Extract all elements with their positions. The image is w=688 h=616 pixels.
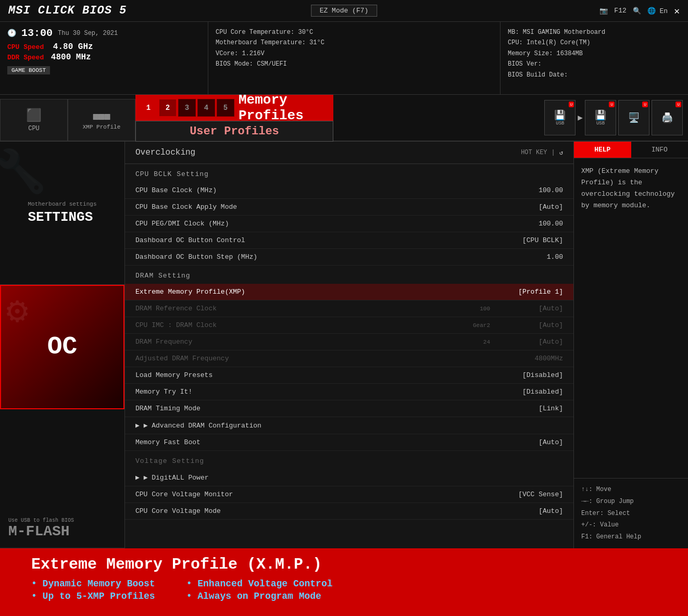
- key-move: ↑↓: Move: [581, 484, 681, 496]
- usb-icon-2: 💾: [595, 109, 606, 121]
- search-icon[interactable]: 🔍: [633, 7, 641, 15]
- user-profiles-title[interactable]: User Profiles: [135, 121, 333, 142]
- xmp-icon: ▦▦▦: [93, 110, 110, 122]
- xmp-btn-3[interactable]: 3: [178, 99, 196, 117]
- xmp-btn-5[interactable]: 5: [217, 99, 234, 117]
- mflash-sub-label: Use USB to flash BIOS: [8, 518, 74, 523]
- row-dashboard-oc-step[interactable]: Dashboard OC Button Step (MHz) 1.00: [125, 249, 573, 266]
- sidebar: 🔧 Motherboard settings SETTINGS ⚙ OC Use…: [0, 142, 125, 548]
- usb-label-2: USB: [596, 121, 605, 126]
- row-cpu-peg-dmi[interactable]: CPU PEG/DMI Clock (MHz) 100.00: [125, 216, 573, 232]
- tab-bar: ⬛ CPU ▦▦▦ XMP Profile 1 2 3 4 5 Memory P…: [0, 95, 688, 142]
- help-tabs: HELP INFO: [574, 142, 688, 158]
- language-selector[interactable]: 🌐 En: [647, 7, 668, 15]
- bios-mode: BIOS Mode: CSM/UEFI: [216, 59, 493, 69]
- mflash-main-label: M-FLASH: [8, 523, 70, 539]
- bottom-title: Extreme Memory Profile (X.M.P.): [31, 556, 657, 573]
- usb-badge-1: U: [569, 102, 574, 107]
- row-dram-ref-clock[interactable]: DRAM Reference Clock 100 [Auto]: [125, 300, 573, 317]
- header-controls: 📷 F12 🔍 🌐 En ✕: [599, 5, 680, 17]
- row-advanced-dram[interactable]: ▶ Advanced DRAM Configuration: [125, 417, 573, 434]
- xmp-btn-4[interactable]: 4: [197, 99, 215, 117]
- bios-build: BIOS Build Date:: [508, 70, 681, 80]
- row-dashboard-oc-control[interactable]: Dashboard OC Button Control [CPU BCLK]: [125, 232, 573, 249]
- row-load-memory[interactable]: Load Memory Presets [Disabled]: [125, 367, 573, 384]
- row-digitall-power[interactable]: ▶ DigitALL Power: [125, 469, 573, 486]
- cpu-name: CPU: Intel(R) Core(TM): [508, 37, 681, 48]
- tab-cpu-label: CPU: [28, 125, 40, 132]
- system-info-right: MB: MSI GAMING Motherboard CPU: Intel(R)…: [501, 22, 688, 94]
- mb-name: MB: MSI GAMING Motherboard: [508, 27, 681, 37]
- clock-date: Thu 30 Sep, 2021: [58, 30, 118, 37]
- row-dram-freq[interactable]: DRAM Frequency 24 [Auto]: [125, 334, 573, 350]
- clock-time: 13:00: [21, 27, 53, 39]
- feature-4: Always on Program Mode: [186, 591, 333, 601]
- mb-temp: Motherboard Temperature: 31°C: [216, 37, 493, 48]
- bottom-section: Extreme Memory Profile (X.M.P.) Dynamic …: [0, 548, 688, 616]
- feature-3: Enhanced Voltage Control: [186, 579, 333, 589]
- bottom-features: Dynamic Memory Boost Up to 5-XMP Profile…: [31, 579, 657, 601]
- oc-header: Overclocking HOT KEY | ↺: [125, 142, 573, 164]
- usb-area: U 💾 USB ▶ U 💾 USB U 🖥️ U 🖨️: [539, 95, 688, 141]
- screenshot-icon[interactable]: 📷: [599, 7, 608, 15]
- usb-icon-4: 🖨️: [661, 112, 673, 123]
- sidebar-item-settings[interactable]: 🔧 Motherboard settings SETTINGS: [0, 142, 124, 285]
- row-dram-timing[interactable]: DRAM Timing Mode [Link]: [125, 400, 573, 417]
- help-keys: ↑↓: Move →←: Group Jump Enter: Select +/…: [574, 478, 688, 548]
- tab-xmp-label: XMP Profile: [83, 124, 121, 130]
- close-button[interactable]: ✕: [674, 5, 680, 17]
- game-boost-label[interactable]: GAME BOOST: [7, 66, 50, 74]
- sidebar-item-mflash[interactable]: Use USB to flash BIOS M-FLASH: [0, 409, 124, 548]
- settings-sub-label: Motherboard settings: [28, 201, 96, 207]
- header: MSI CLICK BIOS 5 EZ Mode (F7) 📷 F12 🔍 🌐 …: [0, 0, 688, 22]
- cpu-icon: ⬛: [26, 108, 42, 123]
- system-info-middle: CPU Core Temperature: 30°C Motherboard T…: [208, 22, 501, 94]
- row-memory-try-it[interactable]: Memory Try It! [Disabled]: [125, 384, 573, 400]
- tab-info[interactable]: INFO: [631, 142, 689, 158]
- usb-save-1[interactable]: U 💾 USB: [544, 100, 576, 135]
- memory-size: Memory Size: 16384MB: [508, 48, 681, 59]
- usb-save-4[interactable]: U 🖨️: [652, 100, 683, 135]
- oc-main-label: OC: [47, 333, 78, 361]
- row-memory-fast-boot[interactable]: Memory Fast Boot [Auto]: [125, 434, 573, 451]
- key-value: +/-: Value: [581, 519, 681, 531]
- usb-save-2[interactable]: U 💾 USB: [585, 100, 616, 135]
- row-xmp[interactable]: Extreme Memory Profile(XMP) [Profile 1]: [125, 284, 573, 300]
- xmp-btn-2[interactable]: 2: [159, 99, 177, 117]
- tab-xmp[interactable]: ▦▦▦ XMP Profile: [68, 99, 135, 141]
- help-panel: HELP INFO XMP (Extreme Memory Profile) i…: [573, 142, 688, 548]
- arrow-sep-1: ▶: [578, 112, 583, 123]
- key-enter: Enter: Select: [581, 508, 681, 520]
- row-cpu-core-volt-monitor[interactable]: CPU Core Voltage Monitor [VCC Sense]: [125, 486, 573, 503]
- help-text: XMP (Extreme Memory Profile) is the over…: [574, 158, 688, 478]
- oc-bg-icon: ⚙: [6, 288, 28, 333]
- refresh-button[interactable]: ↺: [559, 149, 563, 157]
- clock-icon: 🕐: [7, 29, 16, 37]
- section-cpu-bclk: CPU BCLK Setting: [125, 164, 573, 182]
- section-voltage: Voltage Setting: [125, 451, 573, 469]
- features-left: Dynamic Memory Boost Up to 5-XMP Profile…: [31, 579, 155, 601]
- sidebar-item-oc[interactable]: ⚙ OC: [0, 285, 124, 409]
- row-cpu-core-volt-mode[interactable]: CPU Core Voltage Mode [Auto]: [125, 503, 573, 520]
- ez-mode-button[interactable]: EZ Mode (F7): [311, 5, 378, 17]
- usb-badge-2: U: [609, 102, 615, 107]
- ddr-speed: DDR Speed 4800 MHz: [7, 53, 91, 62]
- xmp-btn-1[interactable]: 1: [140, 99, 157, 117]
- row-cpu-imc-dram[interactable]: CPU IMC : DRAM Clock Gear2 [Auto]: [125, 317, 573, 334]
- settings-main-label: SETTINGS: [28, 209, 96, 225]
- row-cpu-base-clock-mode[interactable]: CPU Base Clock Apply Mode [Auto]: [125, 199, 573, 216]
- cpu-temp: CPU Core Temperature: 30°C: [216, 27, 493, 37]
- usb-icon-3: 🖥️: [628, 112, 640, 123]
- row-cpu-base-clock[interactable]: CPU Base Clock (MHz) 100.00: [125, 182, 573, 199]
- feature-1: Dynamic Memory Boost: [31, 579, 155, 589]
- tab-cpu[interactable]: ⬛ CPU: [0, 99, 68, 141]
- usb-badge-3: U: [642, 102, 648, 107]
- usb-icon-1: 💾: [554, 109, 566, 121]
- logo: MSI CLICK BIOS 5: [8, 4, 127, 17]
- usb-save-3[interactable]: U 🖥️: [618, 100, 649, 135]
- f12-label[interactable]: F12: [614, 7, 626, 15]
- tab-help[interactable]: HELP: [574, 142, 631, 158]
- cpu-speed: CPU Speed 4.80 GHz: [7, 42, 93, 52]
- oc-panel[interactable]: Overclocking HOT KEY | ↺ CPU BCLK Settin…: [125, 142, 573, 548]
- memory-profiles-title: Memory Profiles: [239, 92, 333, 123]
